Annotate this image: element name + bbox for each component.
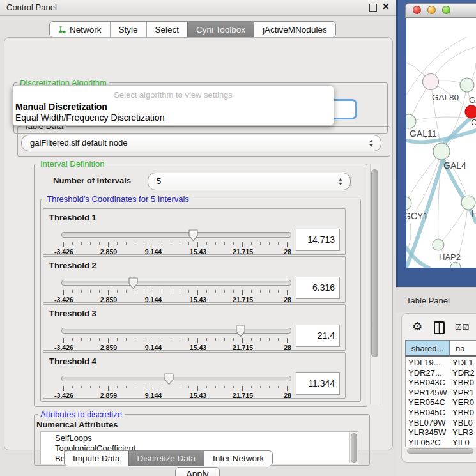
tab-label: Network bbox=[70, 25, 102, 35]
slider-thumb-icon[interactable] bbox=[235, 325, 246, 337]
threshold-slider[interactable]: -3.4262.8599.14415.4321.71528 bbox=[60, 324, 293, 349]
tab-network[interactable]: Network bbox=[50, 22, 110, 37]
network-node[interactable] bbox=[461, 196, 475, 210]
slider-major-tick bbox=[63, 242, 64, 247]
view-tab-bar: NetworkStyleSelectCyni ToolboxjActiveMNo… bbox=[49, 21, 336, 38]
table-cell-shared-name[interactable]: YPR145W bbox=[408, 388, 448, 398]
slider-tick-label: -3.426 bbox=[54, 344, 73, 351]
table-cell-name[interactable]: YPR1 bbox=[452, 388, 476, 398]
minimize-traffic-light-icon[interactable] bbox=[427, 6, 436, 14]
threshold-value-field[interactable]: 11.344 bbox=[296, 372, 340, 395]
combo-arrows-icon bbox=[369, 140, 373, 147]
cyni-toolbox-panel: Discretization Algorithm Select algorith… bbox=[4, 37, 393, 450]
slider-major-tick bbox=[242, 386, 243, 391]
slider-major-tick bbox=[287, 242, 288, 247]
close-icon[interactable]: ✕ bbox=[382, 1, 390, 12]
tab-jactivemnodules[interactable]: jActiveMNodules bbox=[254, 22, 335, 37]
slider-major-tick bbox=[197, 338, 198, 343]
tab-label: Discretize Data bbox=[137, 454, 196, 463]
network-node[interactable] bbox=[406, 197, 411, 210]
tab-label: Style bbox=[119, 25, 138, 35]
network-edge[interactable] bbox=[431, 47, 476, 82]
slider-tick-label: 15.43 bbox=[190, 392, 206, 399]
network-node[interactable] bbox=[450, 262, 461, 268]
tab-select[interactable]: Select bbox=[146, 22, 188, 37]
network-node[interactable] bbox=[433, 143, 450, 160]
network-node-label: GAL80 bbox=[432, 93, 459, 102]
network-icon bbox=[58, 25, 66, 34]
slider-tick-label: 9.144 bbox=[145, 344, 162, 351]
threshold-value-field[interactable]: 6.316 bbox=[296, 277, 340, 299]
tab-infer-network[interactable]: Infer Network bbox=[204, 451, 272, 466]
table-cell-name[interactable]: YDL1 bbox=[452, 358, 476, 368]
apply-button[interactable]: Apply bbox=[175, 467, 220, 476]
slider-major-tick bbox=[108, 242, 109, 247]
table-cell-shared-name[interactable]: YLR345W bbox=[408, 427, 448, 438]
window-divider bbox=[396, 0, 398, 287]
slider-track[interactable] bbox=[61, 232, 291, 238]
table-cell-name[interactable]: YLR3 bbox=[452, 427, 476, 438]
threshold-value-field[interactable]: 21.4 bbox=[296, 325, 340, 347]
table-cell-shared-name[interactable]: YER054C bbox=[408, 397, 448, 408]
network-edge[interactable] bbox=[438, 203, 468, 245]
tab-label: Infer Network bbox=[213, 454, 264, 463]
network-node[interactable] bbox=[423, 74, 439, 90]
slider-major-tick bbox=[242, 290, 243, 295]
tab-discretize-data[interactable]: Discretize Data bbox=[128, 451, 204, 466]
attribute-list-item[interactable]: SelfLoops bbox=[55, 433, 92, 443]
table-cell-name[interactable]: YDR2 bbox=[452, 368, 476, 378]
column-header-shared[interactable]: shared... bbox=[405, 340, 450, 357]
table-cell-name[interactable]: YBL0 bbox=[452, 418, 476, 428]
slider-thumb-icon[interactable] bbox=[188, 229, 199, 242]
table-cell-name[interactable]: YBR0 bbox=[452, 378, 476, 388]
dropdown-item-manual-discretization[interactable]: Manual Discretization bbox=[15, 102, 107, 112]
network-graph: GAL80GACGAL11GAL4GCY1HHAP2 bbox=[406, 18, 476, 268]
close-traffic-light-icon[interactable] bbox=[413, 6, 421, 14]
network-node[interactable] bbox=[465, 105, 476, 118]
tab-style[interactable]: Style bbox=[110, 22, 146, 37]
threshold-slider[interactable]: -3.4262.8599.14415.4321.71528 bbox=[60, 276, 293, 302]
network-node[interactable] bbox=[406, 114, 416, 128]
table-cell-shared-name[interactable]: YBR043C bbox=[408, 378, 448, 388]
network-node-label: H bbox=[472, 208, 476, 219]
slider-tick-label: -3.426 bbox=[54, 296, 73, 303]
table-hscrollbar-thumb[interactable] bbox=[407, 448, 473, 454]
table-cell-shared-name[interactable]: YBR045C bbox=[408, 408, 448, 418]
threshold-slider[interactable]: -3.4262.8599.14415.4321.71528 bbox=[60, 372, 293, 397]
table-cell-name[interactable]: YER0 bbox=[452, 397, 476, 408]
slider-tick-label: 9.144 bbox=[145, 248, 162, 256]
table-cell-shared-name[interactable]: YDL19... bbox=[408, 358, 448, 368]
columns-icon[interactable] bbox=[434, 321, 445, 334]
tab-impute-data[interactable]: Impute Data bbox=[65, 451, 128, 466]
slider-thumb-icon[interactable] bbox=[164, 372, 174, 385]
number-of-intervals-spinner[interactable]: 5 bbox=[148, 173, 351, 190]
network-canvas[interactable]: GAL80GACGAL11GAL4GCY1HHAP2 bbox=[406, 18, 476, 268]
slider-track[interactable] bbox=[61, 328, 291, 334]
slider-track[interactable] bbox=[61, 376, 291, 381]
algorithm-dropdown-hint: Select algorithm to view settings bbox=[13, 90, 334, 100]
slider-major-tick bbox=[153, 242, 153, 247]
tab-cyni-toolbox[interactable]: Cyni Toolbox bbox=[187, 22, 254, 37]
network-node[interactable] bbox=[433, 239, 444, 250]
number-of-intervals-label: Number of Intervals bbox=[53, 176, 131, 185]
table-cell-name[interactable]: YBR0 bbox=[452, 408, 476, 418]
settings-scrollbar-thumb[interactable] bbox=[371, 169, 378, 357]
threshold-value-field[interactable]: 14.713 bbox=[296, 229, 340, 251]
threshold-slider[interactable]: -3.4262.8599.14415.4321.71528 bbox=[60, 228, 293, 254]
checkboxes-icon[interactable]: ☑☑ bbox=[455, 323, 470, 332]
slider-track[interactable] bbox=[61, 280, 291, 286]
gear-icon[interactable]: ⚙ bbox=[412, 319, 422, 333]
network-node[interactable] bbox=[460, 78, 474, 92]
column-header-name[interactable]: na bbox=[450, 340, 476, 357]
slider-thumb-icon[interactable] bbox=[128, 277, 139, 289]
zoom-traffic-light-icon[interactable] bbox=[442, 6, 450, 14]
table-data-combo[interactable]: galFiltered.sif default node bbox=[21, 135, 381, 151]
control-panel-titlebar: Control Panel ✕ bbox=[0, 0, 396, 16]
window-title: Control Panel bbox=[6, 3, 57, 12]
dropdown-item-equal-width-frequency[interactable]: Equal Width/Frequency Discretization bbox=[15, 112, 164, 123]
slider-tick-label: 28 bbox=[284, 296, 291, 303]
float-window-icon[interactable] bbox=[369, 4, 377, 12]
table-cell-shared-name[interactable]: YDR27... bbox=[408, 368, 448, 378]
table-cell-shared-name[interactable]: YBL079W bbox=[408, 418, 448, 428]
attributes-scrollbar-thumb[interactable] bbox=[351, 433, 357, 463]
